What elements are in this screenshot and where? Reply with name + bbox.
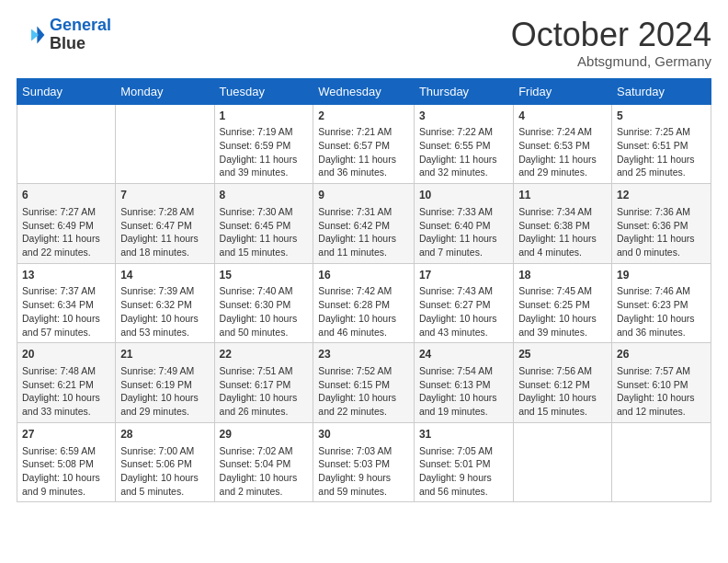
calendar-cell: 24Sunrise: 7:54 AMSunset: 6:13 PMDayligh…	[414, 343, 513, 423]
calendar-cell: 14Sunrise: 7:39 AMSunset: 6:32 PMDayligh…	[116, 263, 214, 343]
cell-info: Sunrise: 7:39 AMSunset: 6:32 PMDaylight:…	[120, 284, 209, 339]
cell-info: Sunrise: 7:45 AMSunset: 6:25 PMDaylight:…	[518, 284, 607, 339]
logo-icon	[17, 20, 46, 50]
cell-day: 10	[419, 188, 508, 203]
calendar-cell: 25Sunrise: 7:56 AMSunset: 6:12 PMDayligh…	[514, 343, 612, 423]
cell-day: 22	[220, 347, 309, 362]
logo-general: General	[50, 16, 111, 34]
calendar-cell: 13Sunrise: 7:37 AMSunset: 6:34 PMDayligh…	[17, 263, 116, 343]
calendar-cell: 3Sunrise: 7:22 AMSunset: 6:55 PMDaylight…	[414, 104, 513, 184]
cell-day: 4	[518, 109, 607, 124]
cell-info: Sunrise: 7:54 AMSunset: 6:13 PMDaylight:…	[419, 364, 508, 419]
cell-day: 31	[419, 427, 508, 442]
calendar-cell: 5Sunrise: 7:25 AMSunset: 6:51 PMDaylight…	[611, 104, 711, 184]
calendar-cell	[514, 422, 612, 502]
cell-day: 21	[120, 347, 209, 362]
location: Abtsgmund, Germany	[511, 53, 711, 69]
calendar-cell: 19Sunrise: 7:46 AMSunset: 6:23 PMDayligh…	[611, 263, 711, 343]
cell-info: Sunrise: 7:43 AMSunset: 6:27 PMDaylight:…	[419, 284, 508, 339]
calendar-week-row: 13Sunrise: 7:37 AMSunset: 6:34 PMDayligh…	[17, 263, 711, 343]
cell-day: 24	[419, 347, 508, 362]
cell-day: 27	[22, 427, 110, 442]
cell-info: Sunrise: 7:33 AMSunset: 6:40 PMDaylight:…	[419, 205, 508, 259]
cell-info: Sunrise: 7:37 AMSunset: 6:34 PMDaylight:…	[22, 284, 110, 339]
calendar-cell: 10Sunrise: 7:33 AMSunset: 6:40 PMDayligh…	[414, 184, 513, 264]
cell-info: Sunrise: 7:19 AMSunset: 6:59 PMDaylight:…	[220, 125, 309, 179]
day-of-week-header: Sunday	[17, 78, 116, 104]
cell-day: 16	[318, 268, 409, 283]
cell-info: Sunrise: 6:59 AMSunset: 5:08 PMDaylight:…	[22, 444, 110, 499]
cell-day: 5	[617, 109, 706, 124]
month-year: October 2024	[511, 17, 711, 53]
cell-info: Sunrise: 7:57 AMSunset: 6:10 PMDaylight:…	[617, 364, 706, 419]
day-of-week-header: Saturday	[611, 78, 711, 104]
cell-day: 19	[617, 268, 706, 283]
cell-day: 3	[419, 109, 508, 124]
page: General Blue October 2024 Abtsgmund, Ger…	[0, 0, 728, 519]
day-of-week-header: Monday	[116, 78, 214, 104]
cell-info: Sunrise: 7:31 AMSunset: 6:42 PMDaylight:…	[318, 205, 409, 259]
cell-day: 6	[22, 188, 110, 203]
cell-info: Sunrise: 7:42 AMSunset: 6:28 PMDaylight:…	[318, 284, 409, 339]
title-block: October 2024 Abtsgmund, Germany	[511, 17, 711, 69]
calendar-week-row: 1Sunrise: 7:19 AMSunset: 6:59 PMDaylight…	[17, 104, 711, 184]
calendar-cell	[611, 422, 711, 502]
cell-info: Sunrise: 7:28 AMSunset: 6:47 PMDaylight:…	[120, 205, 209, 259]
cell-info: Sunrise: 7:56 AMSunset: 6:12 PMDaylight:…	[518, 364, 607, 419]
calendar-cell: 9Sunrise: 7:31 AMSunset: 6:42 PMDaylight…	[313, 184, 415, 264]
cell-info: Sunrise: 7:02 AMSunset: 5:04 PMDaylight:…	[220, 444, 309, 499]
calendar: SundayMondayTuesdayWednesdayThursdayFrid…	[17, 78, 711, 503]
calendar-week-row: 20Sunrise: 7:48 AMSunset: 6:21 PMDayligh…	[17, 343, 711, 423]
calendar-cell: 27Sunrise: 6:59 AMSunset: 5:08 PMDayligh…	[17, 422, 116, 502]
header: General Blue October 2024 Abtsgmund, Ger…	[17, 17, 711, 69]
calendar-cell: 23Sunrise: 7:52 AMSunset: 6:15 PMDayligh…	[313, 343, 415, 423]
cell-day: 9	[318, 188, 409, 203]
calendar-cell: 15Sunrise: 7:40 AMSunset: 6:30 PMDayligh…	[214, 263, 313, 343]
calendar-cell: 18Sunrise: 7:45 AMSunset: 6:25 PMDayligh…	[514, 263, 612, 343]
logo-blue: Blue	[50, 34, 85, 52]
cell-day: 14	[120, 268, 209, 283]
day-of-week-header: Wednesday	[313, 78, 415, 104]
cell-info: Sunrise: 7:24 AMSunset: 6:53 PMDaylight:…	[518, 125, 607, 179]
logo-text: General Blue	[50, 17, 111, 53]
cell-day: 20	[22, 347, 110, 362]
calendar-cell: 22Sunrise: 7:51 AMSunset: 6:17 PMDayligh…	[214, 343, 313, 423]
calendar-cell: 1Sunrise: 7:19 AMSunset: 6:59 PMDaylight…	[214, 104, 313, 184]
calendar-cell: 12Sunrise: 7:36 AMSunset: 6:36 PMDayligh…	[611, 184, 711, 264]
calendar-cell	[116, 104, 214, 184]
calendar-cell: 8Sunrise: 7:30 AMSunset: 6:45 PMDaylight…	[214, 184, 313, 264]
calendar-cell	[17, 104, 116, 184]
cell-day: 29	[220, 427, 309, 442]
cell-info: Sunrise: 7:51 AMSunset: 6:17 PMDaylight:…	[220, 364, 309, 419]
calendar-week-row: 27Sunrise: 6:59 AMSunset: 5:08 PMDayligh…	[17, 422, 711, 502]
calendar-week-row: 6Sunrise: 7:27 AMSunset: 6:49 PMDaylight…	[17, 184, 711, 264]
cell-info: Sunrise: 7:27 AMSunset: 6:49 PMDaylight:…	[22, 205, 110, 259]
cell-day: 7	[120, 188, 209, 203]
cell-info: Sunrise: 7:49 AMSunset: 6:19 PMDaylight:…	[120, 364, 209, 419]
cell-day: 8	[220, 188, 309, 203]
cell-day: 1	[220, 109, 309, 124]
calendar-cell: 28Sunrise: 7:00 AMSunset: 5:06 PMDayligh…	[116, 422, 214, 502]
cell-info: Sunrise: 7:40 AMSunset: 6:30 PMDaylight:…	[220, 284, 309, 339]
cell-day: 26	[617, 347, 706, 362]
calendar-cell: 21Sunrise: 7:49 AMSunset: 6:19 PMDayligh…	[116, 343, 214, 423]
cell-day: 30	[318, 427, 409, 442]
day-of-week-header: Tuesday	[214, 78, 313, 104]
cell-info: Sunrise: 7:05 AMSunset: 5:01 PMDaylight:…	[419, 444, 508, 499]
cell-info: Sunrise: 7:21 AMSunset: 6:57 PMDaylight:…	[318, 125, 409, 179]
cell-info: Sunrise: 7:30 AMSunset: 6:45 PMDaylight:…	[220, 205, 309, 259]
logo: General Blue	[17, 17, 111, 53]
calendar-cell: 7Sunrise: 7:28 AMSunset: 6:47 PMDaylight…	[116, 184, 214, 264]
calendar-cell: 6Sunrise: 7:27 AMSunset: 6:49 PMDaylight…	[17, 184, 116, 264]
calendar-cell: 16Sunrise: 7:42 AMSunset: 6:28 PMDayligh…	[313, 263, 415, 343]
calendar-cell: 29Sunrise: 7:02 AMSunset: 5:04 PMDayligh…	[214, 422, 313, 502]
cell-day: 2	[318, 109, 409, 124]
cell-day: 13	[22, 268, 110, 283]
cell-info: Sunrise: 7:25 AMSunset: 6:51 PMDaylight:…	[617, 125, 706, 179]
cell-info: Sunrise: 7:22 AMSunset: 6:55 PMDaylight:…	[419, 125, 508, 179]
calendar-cell: 11Sunrise: 7:34 AMSunset: 6:38 PMDayligh…	[514, 184, 612, 264]
cell-info: Sunrise: 7:03 AMSunset: 5:03 PMDaylight:…	[318, 444, 409, 499]
cell-day: 23	[318, 347, 409, 362]
calendar-cell: 30Sunrise: 7:03 AMSunset: 5:03 PMDayligh…	[313, 422, 415, 502]
calendar-cell: 26Sunrise: 7:57 AMSunset: 6:10 PMDayligh…	[611, 343, 711, 423]
